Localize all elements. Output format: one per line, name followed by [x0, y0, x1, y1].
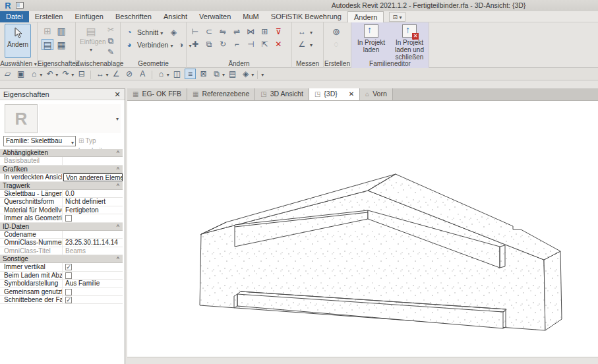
modify-button[interactable]: Ändern	[5, 24, 31, 58]
text-icon[interactable]: A	[137, 69, 148, 79]
paste-button[interactable]: ▤ Einfügen ▾	[80, 25, 102, 53]
match-properties-icon[interactable]: ✎	[105, 46, 117, 57]
chevron-down-icon[interactable]: ▾	[116, 116, 119, 122]
mirror-pick-axis-icon[interactable]: ⇋	[217, 26, 229, 37]
collapse-section-icon[interactable]: ^	[117, 182, 119, 190]
chevron-down-icon[interactable]: ▾	[71, 72, 74, 78]
value-cell[interactable]: 0.0	[63, 190, 123, 197]
load-into-project-button[interactable]: ↑ In Projekt laden	[353, 24, 390, 59]
checkbox-unchecked[interactable]	[65, 289, 72, 295]
section-header[interactable]: Abhängigkeiten^	[0, 149, 123, 157]
tab-sofistik-bewehrung[interactable]: SOFiSTiK Bewehrung	[265, 11, 347, 22]
thin-lines-toggle-icon[interactable]: ◈	[240, 69, 251, 79]
chevron-down-icon[interactable]: ▾	[55, 72, 58, 78]
collapse-section-icon[interactable]: ^	[117, 149, 119, 157]
tab-beschriften[interactable]: Beschriften	[109, 11, 158, 22]
array-icon[interactable]: ⊞	[258, 26, 270, 37]
section-header[interactable]: ID-Daten^	[0, 223, 123, 231]
collapse-section-icon[interactable]: ^	[117, 255, 119, 263]
value-cell[interactable]: Aus Familie	[63, 280, 123, 287]
chevron-down-icon[interactable]: ▾	[40, 72, 42, 78]
view-tab-eg-ok-ffb[interactable]: ▦EG- OK FFB	[127, 88, 187, 100]
cut-icon[interactable]: ✂	[105, 24, 117, 35]
view-tab-vorn[interactable]: ⌂Vorn	[360, 88, 393, 100]
measure-icon[interactable]: ∠	[111, 69, 122, 79]
switch-windows-icon[interactable]: ⧉	[211, 69, 222, 79]
properties-header[interactable]: Eigenschaften ✕	[0, 89, 125, 100]
tab-ansicht[interactable]: Ansicht	[158, 11, 193, 22]
family-category-icon[interactable]: ▦	[55, 39, 67, 50]
drawing-area[interactable]	[127, 100, 598, 364]
edit-type-button[interactable]: ⊞Typ bearbeiten	[78, 136, 122, 146]
section-header[interactable]: Tragwerk^	[0, 182, 123, 190]
extend-icon[interactable]: ⊣	[245, 38, 256, 49]
rotate-icon[interactable]: ↻	[217, 38, 229, 49]
move-icon[interactable]: ✚	[189, 38, 201, 49]
scale-icon[interactable]: ⇱	[258, 38, 270, 49]
tab-verwalten[interactable]: Verwalten	[193, 11, 237, 22]
redo-icon[interactable]: ↷	[60, 69, 71, 79]
tab-erstellen[interactable]: Erstellen	[29, 11, 69, 22]
print-icon[interactable]: ⊟	[76, 69, 87, 79]
create-similar-icon[interactable]: ◌	[330, 38, 342, 49]
beam-3d-model[interactable]	[127, 101, 598, 358]
trim-extend-icon[interactable]: ⌐	[231, 38, 243, 49]
family-types-icon[interactable]: ⊞	[42, 25, 53, 36]
aligned-dimension-icon[interactable]: ↔	[94, 69, 105, 79]
chevron-down-icon[interactable]: ▾	[222, 72, 225, 78]
mirror-draw-axis-icon[interactable]: ⇌	[231, 26, 243, 37]
view-tab-3d-ansicht[interactable]: ◳3D Ansicht	[255, 88, 309, 100]
load-into-project-and-close-button[interactable]: ↑✕ In Projekt laden und schließen	[391, 24, 428, 59]
paint-icon[interactable]: ◑	[175, 39, 187, 50]
tab-datei[interactable]: Datei	[0, 11, 29, 22]
offset-icon[interactable]: ⊂	[203, 26, 215, 37]
copy-icon[interactable]: ⧉	[105, 35, 117, 46]
collapse-section-icon[interactable]: ^	[117, 166, 119, 173]
undo-icon[interactable]: ↶	[44, 69, 55, 79]
customize-qat-icon[interactable]: ▾	[261, 72, 264, 78]
properties-palette-icon[interactable]: ▤	[42, 39, 53, 50]
split-element-icon[interactable]: ⋈	[245, 26, 256, 37]
delete-icon[interactable]: ✕	[272, 38, 284, 49]
close-view-tab-icon[interactable]: ✕	[349, 90, 354, 98]
collapse-section-icon[interactable]: ^	[117, 223, 119, 231]
visibility-settings-icon[interactable]: ▥	[55, 25, 67, 36]
type-selector-dropdown[interactable]: Familie: Skelettbau ▾	[3, 136, 76, 146]
home-icon[interactable]: ⌂	[28, 69, 40, 79]
chevron-down-icon[interactable]: ▾	[251, 72, 254, 78]
section-icon[interactable]: ◫	[171, 69, 183, 79]
join-geometry-icon[interactable]: ◕	[123, 39, 135, 50]
chevron-down-icon[interactable]: ▾	[105, 72, 108, 78]
close-properties-icon[interactable]: ✕	[113, 90, 122, 99]
section-header[interactable]: Sonstige^	[0, 255, 123, 263]
align-icon[interactable]: ⊢	[189, 26, 201, 37]
checkbox-unchecked[interactable]	[65, 215, 72, 222]
create-group-icon[interactable]: ⊚	[330, 26, 342, 37]
checkbox-checked[interactable]: ✓	[65, 264, 72, 270]
view-tab-referenzebene[interactable]: ▦Referenzebene	[187, 88, 255, 100]
cut-geometry-icon[interactable]: ◔	[123, 26, 135, 38]
value-cell-selected[interactable]: Von anderen Elemente	[63, 173, 123, 181]
user-interface-icon[interactable]: ▤	[227, 69, 238, 79]
type-preview-area[interactable]: ▾	[39, 104, 121, 133]
close-hidden-windows-icon[interactable]: ⊠	[198, 69, 209, 79]
unpin-icon[interactable]: ⊽	[272, 26, 284, 37]
view-tab-3d-active[interactable]: ◳{3D} ✕	[309, 88, 360, 100]
revit-logo-icon[interactable]: R	[3, 1, 13, 11]
family-preview-thumbnail[interactable]: R	[5, 104, 38, 133]
section-header[interactable]: Grafiken^	[0, 166, 123, 173]
value-cell[interactable]: Fertigbeton	[63, 206, 123, 214]
tab-aendern[interactable]: Ändern	[347, 11, 384, 22]
default-3d-view-icon[interactable]: ⌂	[156, 69, 167, 79]
tag-icon[interactable]: ⊘	[124, 69, 135, 79]
value-cell[interactable]	[63, 231, 123, 238]
checkbox-checked[interactable]: ✓	[65, 297, 72, 303]
cut-geometry-label[interactable]: Schnitt	[137, 28, 158, 36]
save-icon[interactable]: ▣	[15, 69, 26, 79]
tab-einfuegen[interactable]: Einfügen	[69, 11, 109, 22]
copy-element-icon[interactable]: ⧉	[203, 38, 215, 49]
open-icon[interactable]: ▱	[2, 69, 13, 79]
solid-cube-icon[interactable]: ◈	[167, 26, 179, 38]
join-geometry-label[interactable]: Verbinden	[137, 41, 168, 49]
value-cell[interactable]: Nicht definiert	[63, 198, 123, 205]
